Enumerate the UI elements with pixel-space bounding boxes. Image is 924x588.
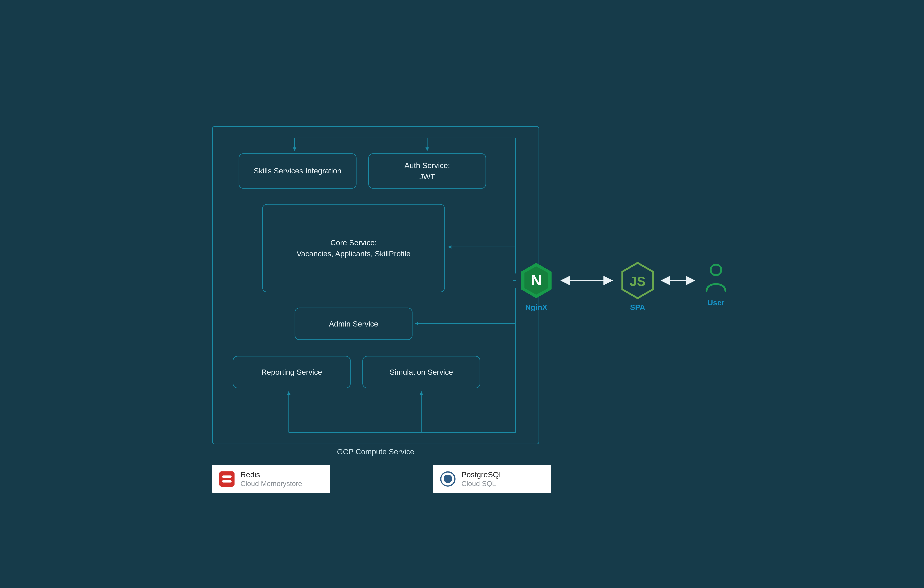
nodejs-letters: JS <box>630 274 645 288</box>
service-label-line1: Core Service: <box>330 237 377 248</box>
user-label: User <box>695 298 737 307</box>
service-core: Core Service: Vacancies, Applicants, Ski… <box>262 204 445 292</box>
spa-node: JS SPA <box>614 262 661 312</box>
service-label: Skills Services Integration <box>254 165 342 176</box>
gcp-compute-label: GCP Compute Service <box>212 447 539 456</box>
card-title: Redis <box>241 470 302 479</box>
user-node: User <box>695 262 737 307</box>
service-admin: Admin Service <box>295 308 412 340</box>
service-label: Admin Service <box>329 318 378 329</box>
nginx-label: NginX <box>513 303 560 312</box>
service-label-line2: Vacancies, Applicants, SkillProfile <box>297 248 411 259</box>
svg-point-16 <box>711 265 721 275</box>
nodejs-icon: JS <box>621 262 654 299</box>
user-icon <box>703 262 729 292</box>
service-skills-integration: Skills Services Integration <box>239 153 356 189</box>
postgresql-icon <box>440 471 455 487</box>
service-simulation: Simulation Service <box>362 356 480 388</box>
service-label: Reporting Service <box>261 366 322 378</box>
service-label-line2: JWT <box>419 171 435 183</box>
redis-icon <box>219 471 234 487</box>
card-subtitle: Cloud SQL <box>462 479 503 488</box>
card-postgresql: PostgreSQL Cloud SQL <box>433 465 551 493</box>
nginx-letter: N <box>531 271 542 288</box>
service-reporting: Reporting Service <box>233 356 351 388</box>
card-subtitle: Cloud Memorystore <box>241 479 302 488</box>
service-label-line1: Auth Service: <box>404 160 450 171</box>
nginx-node: N NginX <box>513 262 560 312</box>
spa-label: SPA <box>614 303 661 312</box>
nginx-icon: N <box>520 262 553 299</box>
service-auth: Auth Service: JWT <box>368 153 486 189</box>
card-redis: Redis Cloud Memorystore <box>212 465 330 493</box>
service-label: Simulation Service <box>389 366 453 378</box>
card-title: PostgreSQL <box>462 470 503 479</box>
